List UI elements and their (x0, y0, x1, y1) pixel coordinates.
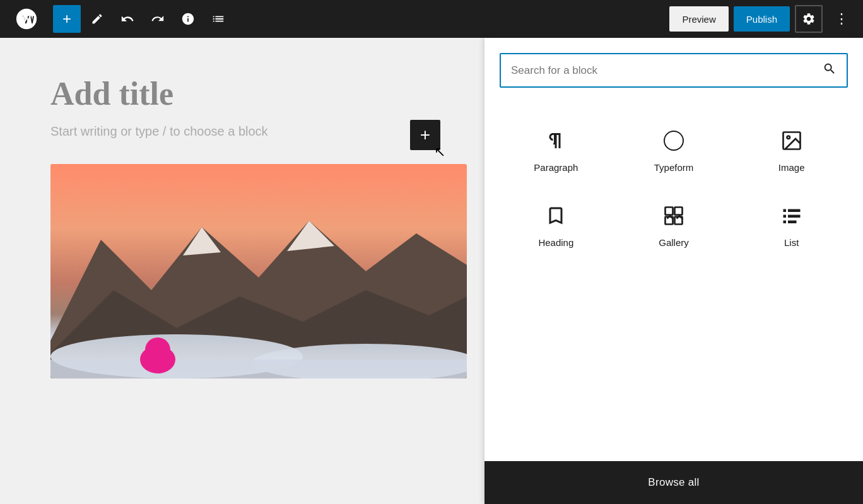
search-box (500, 53, 848, 88)
list-icon (779, 203, 804, 228)
gallery-label: Gallery (659, 237, 689, 248)
svg-rect-24 (788, 221, 797, 224)
block-item-heading[interactable]: Heading (497, 188, 615, 263)
image-icon (779, 128, 804, 153)
block-search-area (484, 38, 863, 88)
svg-rect-20 (788, 209, 801, 213)
svg-rect-15 (665, 208, 672, 215)
add-block-trigger-button[interactable]: + (410, 120, 440, 150)
preview-button[interactable]: Preview (669, 6, 728, 32)
svg-text:W: W (22, 15, 32, 25)
block-item-typeform[interactable]: Typeform (615, 113, 733, 188)
block-item-paragraph[interactable]: Paragraph (497, 113, 615, 188)
redo-button[interactable] (144, 5, 172, 33)
block-grid: Paragraph Typeform Image (484, 88, 863, 461)
paragraph-label: Paragraph (534, 162, 578, 173)
edit-button[interactable] (83, 5, 111, 33)
publish-button[interactable]: Publish (734, 6, 790, 32)
svg-rect-21 (783, 215, 786, 218)
list-label: List (784, 237, 799, 248)
info-button[interactable] (174, 5, 202, 33)
browse-all-button[interactable]: Browse all (484, 461, 863, 504)
heading-label: Heading (538, 237, 573, 248)
list-view-button[interactable] (204, 5, 232, 33)
svg-rect-16 (674, 208, 682, 215)
typeform-label: Typeform (654, 162, 694, 173)
undo-button[interactable] (114, 5, 141, 33)
image-block[interactable] (50, 164, 467, 378)
svg-rect-19 (783, 209, 786, 213)
wp-logo[interactable]: W (8, 0, 45, 38)
block-item-list[interactable]: List (732, 188, 850, 263)
heading-icon (543, 203, 568, 228)
svg-point-14 (787, 136, 790, 139)
svg-rect-9 (50, 360, 467, 378)
main-toolbar: W + Preview Publish ⋮ (0, 0, 863, 38)
typeform-icon (661, 128, 686, 153)
image-label: Image (778, 162, 805, 173)
block-item-gallery[interactable]: Gallery (615, 188, 733, 263)
settings-button[interactable] (795, 5, 823, 33)
gallery-icon (661, 203, 686, 228)
block-item-image[interactable]: Image (732, 113, 850, 188)
search-input[interactable] (511, 64, 816, 77)
more-options-button[interactable]: ⋮ (828, 5, 855, 33)
block-inserter-panel: Paragraph Typeform Image (484, 38, 863, 504)
add-block-button[interactable]: + (53, 5, 81, 33)
svg-rect-23 (783, 221, 786, 224)
svg-rect-12 (153, 356, 162, 366)
search-icon (823, 62, 837, 79)
editor-area: Add title Start writing or type / to cho… (0, 38, 863, 504)
svg-rect-22 (788, 215, 801, 218)
paragraph-icon (543, 128, 568, 153)
